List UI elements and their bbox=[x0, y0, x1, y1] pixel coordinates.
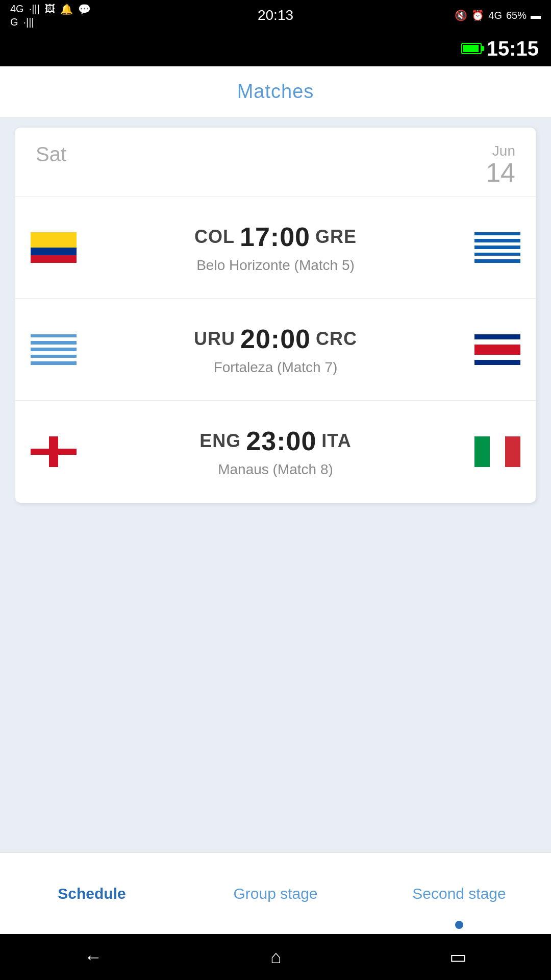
flag-italy bbox=[474, 436, 520, 467]
team1-code: COL bbox=[194, 226, 235, 248]
status-left: 4G ·||| 🖼 🔔 💬 G ·||| bbox=[10, 3, 91, 28]
status-bar: 4G ·||| 🖼 🔔 💬 G ·||| 20:13 🔇 ⏰ 4G 65% ▬ bbox=[0, 0, 551, 31]
alarm-icon: ⏰ bbox=[471, 9, 484, 21]
notification-icon: 🔔 bbox=[60, 3, 73, 15]
network-4g-right: 4G bbox=[488, 10, 502, 21]
wechat-icon: 💬 bbox=[78, 3, 91, 15]
flag-uruguay bbox=[31, 334, 77, 365]
signal-bars-1: ·||| bbox=[29, 3, 40, 15]
team2-code: ITA bbox=[321, 430, 351, 452]
match-info-2: URU 20:00 CRC Fortaleza (Match 7) bbox=[77, 324, 474, 376]
mute-icon: 🔇 bbox=[455, 9, 467, 21]
team1-code: ENG bbox=[199, 430, 241, 452]
match-time-3: 23:00 bbox=[246, 426, 316, 456]
recent-button[interactable]: ▭ bbox=[449, 946, 467, 968]
nav-indicator bbox=[455, 921, 463, 929]
home-button[interactable]: ⌂ bbox=[270, 946, 282, 968]
nav-second-stage-label: Second stage bbox=[412, 885, 506, 902]
main-content: Sat Jun 14 COL 17:00 GRE Belo Horizonte … bbox=[0, 117, 551, 852]
status-time: 20:13 bbox=[258, 7, 293, 23]
match-info-3: ENG 23:00 ITA Manaus (Match 8) bbox=[77, 426, 474, 478]
network-g: G bbox=[10, 16, 18, 28]
match-venue-2: Fortaleza (Match 7) bbox=[77, 359, 474, 376]
match-card: Sat Jun 14 COL 17:00 GRE Belo Horizonte … bbox=[15, 128, 536, 503]
nav-group-stage[interactable]: Group stage bbox=[184, 853, 367, 934]
status-right: 🔇 ⏰ 4G 65% ▬ bbox=[455, 9, 541, 21]
match-row[interactable]: URU 20:00 CRC Fortaleza (Match 7) bbox=[15, 299, 536, 401]
network-4g: 4G bbox=[10, 3, 24, 15]
battery-time: 15:15 bbox=[487, 37, 539, 60]
back-button[interactable]: ← bbox=[84, 946, 103, 968]
date-month: Jun bbox=[486, 143, 515, 159]
battery-icon bbox=[461, 43, 482, 54]
app-header: Matches bbox=[0, 66, 551, 117]
system-nav: ← ⌂ ▭ bbox=[0, 934, 551, 980]
gallery-icon: 🖼 bbox=[45, 3, 55, 15]
flag-colombia bbox=[31, 232, 77, 263]
page-title: Matches bbox=[237, 81, 314, 103]
date-month-num: Jun 14 bbox=[486, 143, 515, 186]
date-header: Sat Jun 14 bbox=[15, 128, 536, 197]
team1-code: URU bbox=[194, 328, 235, 350]
battery-bar: ▬ bbox=[531, 10, 541, 21]
match-row[interactable]: ENG 23:00 ITA Manaus (Match 8) bbox=[15, 401, 536, 503]
match-info-1: COL 17:00 GRE Belo Horizonte (Match 5) bbox=[77, 222, 474, 274]
date-day: Sat bbox=[36, 143, 66, 166]
flag-greece bbox=[474, 232, 520, 263]
flag-costa-rica bbox=[474, 334, 520, 365]
signal-bars-2: ·||| bbox=[23, 16, 34, 28]
flag-england bbox=[31, 436, 77, 467]
match-venue-1: Belo Horizonte (Match 5) bbox=[77, 257, 474, 274]
nav-schedule[interactable]: Schedule bbox=[0, 853, 184, 934]
bottom-nav: Schedule Group stage Second stage bbox=[0, 852, 551, 934]
date-num: 14 bbox=[486, 159, 515, 186]
team2-code: CRC bbox=[316, 328, 357, 350]
battery-percent: 65% bbox=[506, 10, 527, 21]
nav-schedule-label: Schedule bbox=[58, 885, 126, 902]
match-time-1: 17:00 bbox=[240, 222, 310, 252]
nav-group-stage-label: Group stage bbox=[233, 885, 317, 902]
match-row[interactable]: COL 17:00 GRE Belo Horizonte (Match 5) bbox=[15, 197, 536, 299]
time-bar: 15:15 bbox=[0, 31, 551, 66]
match-time-2: 20:00 bbox=[240, 324, 311, 354]
team2-code: GRE bbox=[315, 226, 357, 248]
match-venue-3: Manaus (Match 8) bbox=[77, 461, 474, 478]
